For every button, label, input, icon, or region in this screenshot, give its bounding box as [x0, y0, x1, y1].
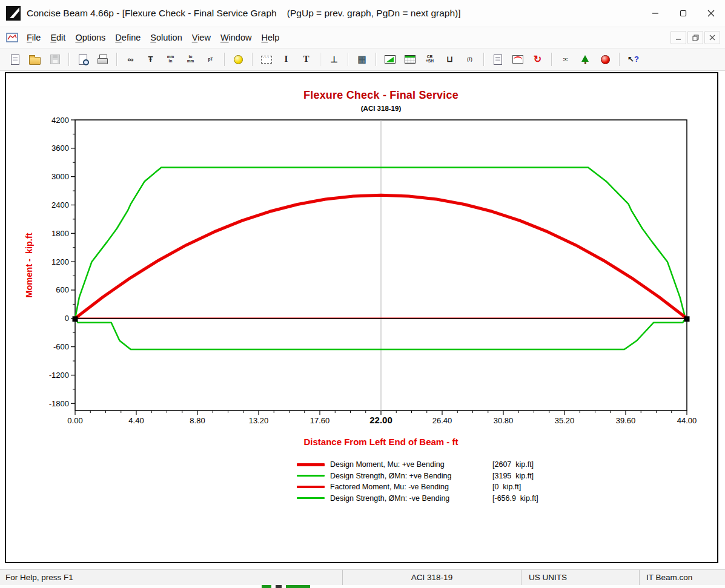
background-window-sliver: [0, 585, 725, 588]
legend-value: [-656.9 kip.ft]: [492, 494, 538, 503]
menu-item-define[interactable]: Define: [110, 30, 145, 45]
page-icon: [11, 55, 19, 65]
menu-item-view[interactable]: View: [187, 30, 216, 45]
menu-item-solution[interactable]: Solution: [145, 30, 187, 45]
status-design-code: ACI 318-19: [342, 570, 521, 585]
units-to-mm-button[interactable]: to mm: [182, 51, 200, 68]
calculator-button[interactable]: ▦: [353, 51, 371, 68]
mdi-close-icon: [709, 35, 715, 41]
maximize-icon: [680, 10, 687, 17]
toolbar-separator: [551, 53, 552, 66]
graph-client-area: Flexure Check - Final Service (ACI 318-1…: [5, 72, 718, 563]
app-logo-icon: [6, 6, 21, 21]
x-axis-label: Distance From Left End of Beam - ft: [75, 437, 687, 447]
report-button[interactable]: [489, 51, 507, 68]
minimize-button[interactable]: [641, 0, 669, 27]
stirrup-icon: ⊔: [446, 55, 452, 64]
tree-button[interactable]: [577, 51, 595, 68]
toolbar-separator: [320, 53, 320, 66]
creep-shrinkage-icon: CR +SH: [426, 55, 434, 64]
legend-label: Factored Moment, Mu: -ve Bending: [330, 483, 492, 491]
legend-row: Design Strength, ØMn: -ve Bending[-656.9…: [297, 493, 538, 504]
chart-legend: Design Moment, Mu: +ve Bending[2607 kip.…: [297, 459, 538, 504]
yellow-ball-button[interactable]: [230, 51, 248, 68]
print-preview-button[interactable]: [74, 51, 92, 68]
x-tick-label: 30.80: [494, 416, 514, 425]
menu-item-file[interactable]: File: [22, 30, 45, 45]
y-tick-label: 0: [65, 314, 69, 323]
glasses-button[interactable]: ∞: [122, 51, 140, 68]
y-tick-label: -1200: [49, 371, 69, 380]
calculator-icon: ▦: [357, 55, 366, 64]
toolbar: ∞Ŧmm into mmpTIT⊥▦CR +SH⊔(T)↻:x:↖?: [0, 48, 725, 71]
mdi-close-button[interactable]: [704, 31, 720, 44]
menu-item-options[interactable]: Options: [70, 30, 110, 45]
legend-line-sample: [297, 486, 325, 488]
section-grid-button[interactable]: [257, 51, 276, 68]
toolbar-separator: [348, 53, 348, 66]
y-tick-label: 2400: [51, 200, 69, 210]
print-button[interactable]: [94, 51, 112, 68]
creep-shrinkage-button[interactable]: CR +SH: [421, 51, 439, 68]
recalc-button[interactable]: ↻: [529, 51, 547, 68]
menu-item-help[interactable]: Help: [256, 30, 284, 45]
graph-window-icon[interactable]: [6, 33, 18, 42]
graph-button[interactable]: [509, 51, 527, 68]
support-icon: ⊥: [330, 55, 337, 64]
i-section-button[interactable]: I: [277, 51, 296, 68]
units-mm-in-button[interactable]: mm in: [162, 51, 180, 68]
red-ball-button[interactable]: [597, 51, 615, 68]
tree-icon: [581, 55, 589, 64]
results-table-button[interactable]: [401, 51, 419, 68]
beam-section-button[interactable]: Ŧ: [142, 51, 160, 68]
moment-diagram-button[interactable]: [381, 51, 399, 68]
context-help-icon: ↖: [627, 55, 634, 64]
t-section-icon: T: [303, 55, 309, 64]
toolbar-separator: [224, 53, 225, 66]
menu-item-window[interactable]: Window: [216, 30, 257, 45]
decimal-x-button[interactable]: :x:: [557, 51, 575, 68]
y-tick-label: 1200: [51, 257, 69, 266]
support-button[interactable]: ⊥: [325, 51, 343, 68]
recalc-icon: ↻: [534, 55, 541, 65]
mdi-minimize-button[interactable]: [670, 31, 686, 44]
open-button[interactable]: [26, 51, 44, 68]
t-section-button[interactable]: T: [297, 51, 316, 68]
ball-red-icon: [601, 55, 610, 64]
diagram-icon: [385, 55, 396, 64]
context-help-button[interactable]: ↖?: [624, 51, 643, 68]
maximize-button[interactable]: [669, 0, 697, 27]
glasses-icon: ∞: [128, 55, 134, 64]
legend-value: [0 kip.ft]: [492, 483, 521, 491]
toolbar-separator: [68, 53, 69, 66]
legend-row: Factored Moment, Mu: -ve Bending[0 kip.f…: [297, 481, 538, 493]
table-icon: [405, 55, 415, 64]
x-tick-label: 39.60: [616, 416, 636, 425]
menu-item-edit[interactable]: Edit: [45, 30, 70, 45]
menu-items: FileEditOptionsDefineSolutionViewWindowH…: [22, 30, 670, 45]
beam-section-icon: Ŧ: [148, 55, 153, 64]
torsion-button[interactable]: (T): [461, 51, 479, 68]
y-tick-label: 3000: [51, 172, 69, 181]
floppy-icon: [50, 55, 60, 64]
page-zoom-icon: [79, 55, 87, 65]
mdi-restore-button[interactable]: [687, 31, 703, 44]
close-button[interactable]: [697, 0, 725, 27]
legend-line-sample: [297, 463, 325, 466]
stirrup-button[interactable]: ⊔: [441, 51, 459, 68]
point-load-button[interactable]: pT: [202, 51, 220, 68]
legend-label: Design Strength, ØMn: -ve Bending: [330, 494, 492, 503]
dotted-box-icon: [261, 56, 272, 64]
folder-icon: [29, 57, 41, 65]
units-mm-in-icon: mm in: [167, 55, 174, 64]
torsion-icon: (T): [467, 58, 472, 62]
window-title: Concise Beam 4.66p - [Flexure Check - Fi…: [27, 8, 641, 19]
x-tick-label: 8.80: [190, 416, 205, 425]
ball-yellow-icon: [234, 55, 243, 64]
new-button[interactable]: [6, 51, 24, 68]
legend-row: Design Moment, Mu: +ve Bending[2607 kip.…: [297, 459, 538, 471]
legend-line-sample: [297, 475, 325, 477]
menu-bar: FileEditOptionsDefineSolutionViewWindowH…: [0, 27, 725, 48]
mdi-window-controls: [670, 31, 720, 44]
save-button[interactable]: [46, 51, 64, 68]
